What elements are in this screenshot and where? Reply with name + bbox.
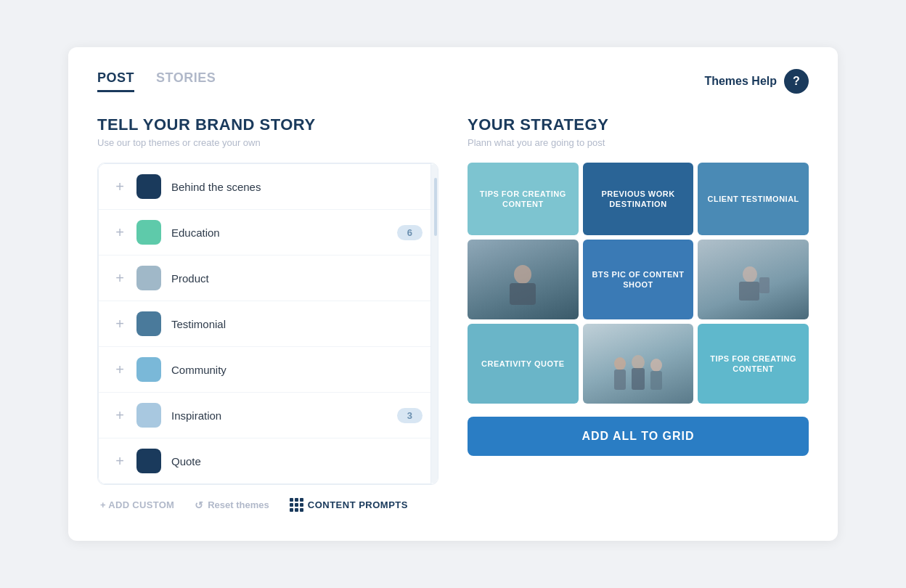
main-container: POST STORIES Themes Help ? TELL YOUR BRA… — [68, 47, 838, 541]
theme-item[interactable]: + Behind the scenes — [99, 164, 437, 210]
theme-label: Testimonial — [171, 318, 423, 330]
strategy-grid: TIPS FOR CREATING CONTENTPREVIOUS WORK D… — [468, 163, 809, 404]
theme-item[interactable]: + Community — [99, 347, 437, 393]
svg-rect-4 — [759, 277, 770, 293]
scrollbar-track — [433, 163, 438, 484]
theme-add-btn[interactable]: + — [113, 179, 126, 195]
scrollbar-thumb — [434, 178, 437, 236]
content-prompts-button[interactable]: CONTENT PROMPTS — [290, 498, 408, 512]
theme-badge: 3 — [397, 408, 423, 423]
strategy-subtitle: Plann what you are going to post — [468, 137, 809, 148]
svg-point-2 — [743, 266, 757, 282]
theme-add-btn[interactable]: + — [113, 407, 126, 424]
theme-item[interactable]: + Education 6 — [99, 210, 437, 256]
reset-themes-label: Reset themes — [208, 499, 269, 510]
columns: TELL YOUR BRAND STORY Use our top themes… — [97, 115, 809, 512]
theme-color — [136, 357, 161, 382]
reset-icon: ↺ — [195, 499, 203, 511]
tab-post[interactable]: POST — [97, 70, 134, 92]
svg-rect-8 — [632, 368, 645, 390]
svg-point-9 — [650, 359, 662, 372]
help-icon[interactable]: ? — [784, 69, 809, 94]
tabs-row: POST STORIES Themes Help ? — [97, 69, 809, 94]
grid-cell: TIPS FOR CREATING CONTENT — [468, 163, 579, 235]
grid-cell: PREVIOUS WORK DESTINATION — [583, 163, 694, 235]
svg-rect-1 — [510, 283, 536, 305]
theme-add-btn[interactable]: + — [113, 270, 126, 287]
grid-cell: BTS PIC OF CONTENT SHOOT — [583, 240, 694, 319]
strategy-title: YOUR STRATEGY — [468, 115, 809, 134]
tabs: POST STORIES — [97, 70, 216, 92]
theme-label: Community — [171, 364, 423, 376]
theme-label: Education — [171, 226, 387, 239]
panel-title: TELL YOUR BRAND STORY — [97, 115, 438, 134]
theme-item[interactable]: + Product — [99, 256, 437, 301]
themes-help-text: Themes Help — [704, 75, 777, 88]
themes-list: + Behind the scenes + Education 6 + Prod… — [98, 163, 438, 484]
theme-item[interactable]: + Quote — [99, 438, 437, 483]
theme-color — [136, 311, 161, 336]
svg-rect-10 — [650, 371, 662, 390]
panel-subtitle: Use our top themes or create your own — [97, 137, 438, 148]
content-prompts-label: CONTENT PROMPTS — [308, 499, 408, 510]
svg-point-0 — [514, 265, 531, 284]
theme-item[interactable]: + Testimonial — [99, 301, 437, 347]
theme-add-btn[interactable]: + — [113, 362, 126, 378]
theme-label: Behind the scenes — [171, 181, 423, 193]
photo-bg-2 — [698, 240, 809, 319]
bottom-actions: + ADD CUSTOM ↺ Reset themes CONTENT PROM… — [97, 498, 438, 512]
themes-list-wrapper: + Behind the scenes + Education 6 + Prod… — [97, 163, 438, 485]
theme-color — [136, 266, 161, 290]
photo-bg-3 — [583, 324, 694, 404]
grid-cell: CREATIVITY QUOTE — [468, 324, 579, 404]
reset-themes-button[interactable]: ↺ Reset themes — [195, 499, 269, 511]
theme-add-btn[interactable]: + — [113, 453, 126, 470]
theme-label: Product — [171, 272, 423, 285]
theme-badge: 6 — [397, 225, 423, 240]
svg-rect-3 — [739, 282, 759, 301]
theme-label: Quote — [171, 455, 423, 467]
theme-color — [136, 403, 161, 428]
add-all-button[interactable]: ADD ALL TO GRID — [468, 417, 809, 456]
theme-label: Inspiration — [171, 409, 387, 422]
theme-color — [136, 449, 161, 473]
tab-stories[interactable]: STORIES — [156, 70, 216, 92]
right-panel: YOUR STRATEGY Plann what you are going t… — [468, 115, 809, 512]
grid-cell — [583, 324, 694, 404]
grid-cell — [698, 240, 809, 319]
svg-point-7 — [632, 355, 645, 369]
left-panel: TELL YOUR BRAND STORY Use our top themes… — [97, 115, 438, 512]
grid-cell — [468, 240, 579, 319]
svg-rect-6 — [614, 369, 626, 390]
theme-color — [136, 220, 161, 245]
theme-color — [136, 174, 161, 199]
theme-item[interactable]: + Inspiration 3 — [99, 393, 437, 438]
themes-help[interactable]: Themes Help ? — [704, 69, 809, 94]
grid-icon — [290, 498, 303, 512]
theme-add-btn[interactable]: + — [113, 316, 126, 332]
svg-point-5 — [614, 357, 626, 370]
grid-cell: CLIENT TESTIMONIAL — [698, 163, 809, 235]
add-custom-button[interactable]: + ADD CUSTOM — [100, 499, 174, 510]
grid-cell: TIPS FOR CREATING CONTENT — [698, 324, 809, 404]
photo-bg-1 — [468, 240, 579, 319]
theme-add-btn[interactable]: + — [113, 224, 126, 241]
